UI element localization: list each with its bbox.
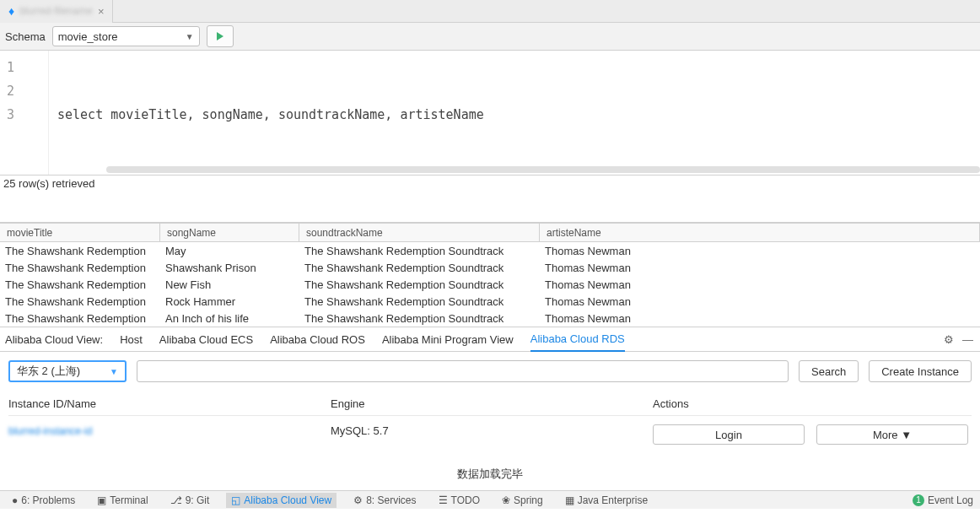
cloud-view-label: Alibaba Cloud View: <box>5 333 103 346</box>
instance-link[interactable]: blurred-instance-id <box>8 425 92 437</box>
line-number: 3 <box>0 103 48 127</box>
tool-icon: ◱ <box>231 494 240 506</box>
table-row[interactable]: The Shawshank RedemptionAn Inch of his l… <box>0 310 980 327</box>
cloud-view-tabs: Alibaba Cloud View: Host Alibaba Cloud E… <box>0 327 980 352</box>
more-button[interactable]: More ▼ <box>816 424 968 445</box>
toolbar-item[interactable]: ▣Terminal <box>92 493 153 508</box>
table-cell: Thomas Newman <box>540 245 980 257</box>
chevron-down-icon: ▼ <box>186 32 194 41</box>
tool-icon: ⚙ <box>353 494 363 506</box>
event-log[interactable]: 1 Event Log <box>913 494 973 506</box>
sql-editor[interactable]: 1 2 3 select movieTitle, songName, sound… <box>0 51 980 176</box>
toolbar-item[interactable]: ▦Java Enterprise <box>560 493 653 508</box>
tool-label: TODO <box>451 494 480 506</box>
table-cell: The Shawshank Redemption <box>0 295 160 308</box>
tool-icon: ● <box>12 494 18 506</box>
table-row[interactable]: The Shawshank RedemptionMayThe Shawshank… <box>0 242 980 259</box>
toolbar-item[interactable]: ❀Spring <box>497 493 548 508</box>
tool-label: 8: Services <box>366 494 416 506</box>
table-cell: Thomas Newman <box>540 295 980 308</box>
file-tab[interactable]: ♦ blurred-filename × <box>0 0 113 23</box>
gear-icon[interactable]: ⚙ <box>944 333 954 346</box>
rds-table-header: Instance ID/Name Engine Actions <box>8 392 972 416</box>
search-button[interactable]: Search <box>799 360 859 382</box>
column-header[interactable]: movieTitle <box>0 224 160 241</box>
create-instance-button[interactable]: Create Instance <box>869 360 972 382</box>
tool-icon: ⎇ <box>170 494 182 506</box>
column-header[interactable]: artisteName <box>540 224 980 241</box>
toolbar-item[interactable]: ☰TODO <box>433 493 485 508</box>
schema-select[interactable]: movie_store ▼ <box>52 26 200 46</box>
tool-label: 9: Git <box>186 494 210 506</box>
tab-host[interactable]: Host <box>120 328 143 351</box>
rds-panel: 华东 2 (上海) ▼ Search Create Instance Insta… <box>0 352 980 490</box>
region-select[interactable]: 华东 2 (上海) ▼ <box>8 360 127 382</box>
table-row[interactable]: The Shawshank RedemptionNew FishThe Shaw… <box>0 276 980 293</box>
rds-col-instance: Instance ID/Name <box>8 397 331 410</box>
bottom-toolbar: ●6: Problems▣Terminal⎇9: Git◱Alibaba Clo… <box>0 490 980 509</box>
tab-ecs[interactable]: Alibaba Cloud ECS <box>159 328 253 351</box>
close-icon[interactable]: × <box>98 5 105 18</box>
spacer <box>0 194 980 223</box>
tab-miniprogram[interactable]: Alibaba Mini Program View <box>382 328 514 351</box>
table-cell: New Fish <box>160 278 299 291</box>
table-cell: The Shawshank Redemption Soundtrack <box>299 278 540 291</box>
rds-col-engine: Engine <box>331 397 653 410</box>
toolbar-item[interactable]: ⎇9: Git <box>165 493 215 508</box>
table-cell: The Shawshank Redemption <box>0 278 160 291</box>
results-body: The Shawshank RedemptionMayThe Shawshank… <box>0 242 980 327</box>
table-cell: The Shawshank Redemption <box>0 262 160 274</box>
table-cell: The Shawshank Redemption Soundtrack <box>299 262 540 274</box>
code-area[interactable]: select movieTitle, songName, soundtrackN… <box>49 51 980 175</box>
event-log-label: Event Log <box>928 494 973 506</box>
results-header: movieTitle songName soundtrackName artis… <box>0 223 980 242</box>
tool-icon: ▦ <box>565 494 574 506</box>
search-input[interactable] <box>137 360 789 382</box>
table-cell: Thomas Newman <box>540 312 980 325</box>
tool-icon: ❀ <box>502 494 510 506</box>
column-header[interactable]: songName <box>160 224 299 241</box>
table-cell: Rock Hammer <box>160 295 299 308</box>
column-header[interactable]: soundtrackName <box>299 224 540 241</box>
table-cell: Thomas Newman <box>540 278 980 291</box>
rds-col-actions: Actions <box>653 397 972 410</box>
tool-icon: ☰ <box>439 494 448 506</box>
line-number: 2 <box>0 79 48 103</box>
file-tab-label: blurred-filename <box>19 5 93 17</box>
gutter: 1 2 3 <box>0 51 49 175</box>
tab-rds[interactable]: Alibaba Cloud RDS <box>530 327 625 352</box>
tool-icon: ▣ <box>97 494 106 506</box>
toolbar-item[interactable]: ◱Alibaba Cloud View <box>226 493 337 508</box>
table-cell: The Shawshank Redemption <box>0 312 160 325</box>
code-line: from movie, song, soundtrack, artiste, s… <box>57 174 972 175</box>
table-cell: The Shawshank Redemption <box>0 245 160 257</box>
table-cell: An Inch of his life <box>160 312 299 325</box>
minimize-icon[interactable]: — <box>962 333 973 346</box>
toolbar-item[interactable]: ●6: Problems <box>7 493 80 508</box>
chevron-down-icon: ▼ <box>110 367 118 376</box>
tool-label: Spring <box>514 494 543 506</box>
tab-ros[interactable]: Alibaba Cloud ROS <box>270 328 365 351</box>
login-button[interactable]: Login <box>653 424 805 445</box>
schema-selected: movie_store <box>58 30 118 43</box>
table-cell: Thomas Newman <box>540 262 980 274</box>
rds-table-row: blurred-instance-id MySQL: 5.7 Login Mor… <box>8 416 972 462</box>
horizontal-scrollbar[interactable] <box>106 166 980 173</box>
table-row[interactable]: The Shawshank RedemptionRock HammerThe S… <box>0 293 980 310</box>
play-icon <box>215 31 225 41</box>
region-selected: 华东 2 (上海) <box>17 364 80 379</box>
schema-bar: Schema movie_store ▼ <box>0 23 980 51</box>
table-cell: May <box>160 245 299 257</box>
tool-label: Terminal <box>110 494 148 506</box>
tool-label: Java Enterprise <box>578 494 648 506</box>
schema-label: Schema <box>5 30 46 43</box>
code-line: select movieTitle, songName, soundtrackN… <box>57 103 972 127</box>
tab-bar: ♦ blurred-filename × <box>0 0 980 23</box>
run-button[interactable] <box>207 25 234 47</box>
status-bar: 25 row(s) retrieved <box>0 176 980 194</box>
table-cell: The Shawshank Redemption Soundtrack <box>299 295 540 308</box>
toolbar-item[interactable]: ⚙8: Services <box>348 493 421 508</box>
tool-label: Alibaba Cloud View <box>244 494 331 506</box>
table-row[interactable]: The Shawshank RedemptionShawshank Prison… <box>0 259 980 276</box>
load-status: 数据加载完毕 <box>8 462 972 482</box>
